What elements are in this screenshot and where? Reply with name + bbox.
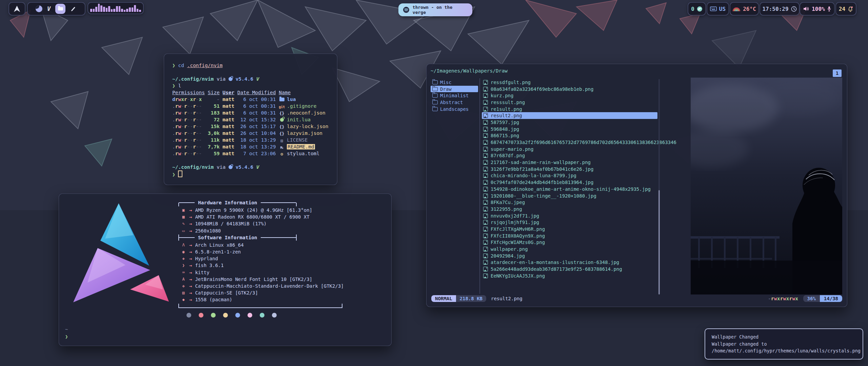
- date-cell: 6 oct 00:31: [237, 109, 276, 116]
- file-list-item[interactable]: re1sult.png: [482, 106, 657, 113]
- file-list-item[interactable]: 19201080-__blue-tinge__-1920×1080.jpg: [482, 192, 657, 199]
- firefox-icon[interactable]: [36, 5, 42, 12]
- image-file-icon: [483, 167, 488, 171]
- file-list-item[interactable]: resssult.png: [482, 99, 657, 106]
- file-list-item[interactable]: FXfcII0X0AQyn9X.png: [482, 232, 657, 239]
- file-list-item[interactable]: FXfcJlTXgAMvH6R.png: [482, 226, 657, 232]
- launcher-button[interactable]: [8, 2, 25, 16]
- notification-popup[interactable]: Wallpaper Changed Wallpaper changed to /…: [705, 328, 863, 360]
- cava-visualizer: [87, 2, 144, 14]
- sidebar-item-misc[interactable]: Misc: [431, 79, 478, 86]
- file-list-item[interactable]: atardecer-en-la-montanas-ilustracion-634…: [482, 259, 657, 266]
- user-cell: matt: [222, 96, 234, 103]
- audio-widget[interactable]: 100%: [800, 2, 835, 16]
- file-name: atardecer-en-la-montanas-ilustracion-634…: [491, 260, 619, 265]
- image-file-icon: [483, 100, 488, 105]
- file-list-item[interactable]: 217167-sad-anime-rain-wallpaper.png: [482, 159, 657, 166]
- sidebar-item-draw[interactable]: Draw: [431, 86, 478, 93]
- info-value: 868x366: [195, 228, 221, 233]
- app-dock: V: [27, 2, 85, 16]
- command: l: [178, 83, 181, 88]
- file-list-item[interactable]: EeNKYgIUcAAJ5JX.png: [482, 272, 657, 279]
- file-list-item[interactable]: 68747470733a2f2f696d616765732d7769786d70…: [482, 139, 657, 146]
- file-list-item[interactable]: 3126f7e9bbf21a8a4af0b67b041c6e26.jpg: [482, 166, 657, 172]
- file-list-item[interactable]: ressdfgult.png: [482, 79, 657, 86]
- command-arg: .config/nvim: [187, 63, 223, 68]
- file-name: kurz.png: [491, 93, 513, 98]
- file-list-item[interactable]: 0c794faf07de24a4db4d4fb1eb813964.jpg: [482, 179, 657, 186]
- directory-name: Misc: [440, 80, 452, 85]
- file-list-item[interactable]: 587597.jpg: [482, 119, 657, 126]
- terminal-window[interactable]: ❯ cd .config/nvim ~/.config/nvim via v5.…: [164, 54, 337, 185]
- paintbrush-icon[interactable]: [70, 5, 77, 12]
- scrollbar-thumb[interactable]: [658, 190, 660, 294]
- file-list-item[interactable]: 08a634fa02a32364f69ebc86a98eb1eb.png: [482, 86, 657, 93]
- bell-icon: [848, 6, 853, 12]
- image-file-icon: [483, 240, 488, 245]
- date-cell: 6 oct 00:31: [237, 96, 276, 103]
- info-row: ❖→Hyprland: [178, 255, 382, 262]
- keyboard-layout-widget[interactable]: US: [707, 2, 729, 16]
- sidebar-item-abstract[interactable]: Abstract: [431, 99, 478, 106]
- cava-bar: [126, 9, 128, 12]
- date-cell: 18 oct 13:29: [237, 143, 276, 150]
- info-row: ◉→6.5.8-zen1-1-zen: [178, 248, 382, 255]
- image-file-icon: [483, 93, 488, 98]
- memory-icon: ✎: [178, 221, 189, 226]
- file-list-item[interactable]: nnvuv0xj2df71.jpg: [482, 212, 657, 219]
- file-list-item[interactable]: 596848.jpg: [482, 126, 657, 133]
- volume-level: 100%: [812, 6, 825, 12]
- file-list-item[interactable]: FXfcHgcWIAMzs0G.png: [482, 239, 657, 246]
- notification-widget[interactable]: 24: [835, 2, 856, 16]
- fetch-window[interactable]: Hardware Information ▣→AMD Ryzen 9 5900X…: [59, 194, 392, 346]
- file-name: 217167-sad-anime-rain-wallpaper.png: [491, 160, 591, 165]
- file-list-item[interactable]: 866715.png: [482, 133, 657, 139]
- music-widget[interactable]: thrown - on the verge: [398, 3, 472, 16]
- arrow-icon: →: [189, 283, 192, 289]
- file-list-item[interactable]: 154928-odinokoe_anime-art-anime-okno-sin…: [482, 186, 657, 192]
- file-list-item[interactable]: wallpaper.png: [482, 246, 657, 252]
- info-value: Arch Linux x86_64: [195, 242, 243, 248]
- via-word: via: [217, 164, 225, 170]
- file-name: FXfcHgcWIAMzs0G.png: [491, 240, 545, 245]
- permissions-cell: .rw-r--r--: [172, 137, 205, 143]
- file-name: 19201080-__blue-tinge__-1920×1080.jpg: [491, 193, 596, 199]
- sidebar-item-landscapes[interactable]: Landscapes: [431, 106, 478, 113]
- palette-dot: [223, 313, 228, 318]
- permissions-cell: .rw-r--r--: [172, 109, 205, 116]
- vim-flag-icon: V: [256, 164, 259, 170]
- file-list-item[interactable]: 5a266e448add93deab367d87173e9f25-6837886…: [482, 266, 657, 272]
- sidebar-item-minimalist[interactable]: Minimalist: [431, 92, 478, 99]
- size-cell: 183: [208, 109, 220, 116]
- file-list-item[interactable]: chica-mirando-la-luna-8799.jpg: [482, 172, 657, 179]
- file-name: re1sult.png: [491, 106, 522, 112]
- permissions-cell: .rw-r--r--: [172, 130, 205, 137]
- file-name: EeNKYgIUcAAJ5JX.png: [491, 273, 545, 279]
- file-list-item[interactable]: super-mario.png: [482, 146, 657, 152]
- spotify-icon: [403, 6, 410, 13]
- file-list-item[interactable]: result2.png: [482, 112, 657, 119]
- image-file-icon: [483, 207, 488, 211]
- file-list-item[interactable]: 8FKa7Cu.jpeg: [482, 199, 657, 206]
- mail-widget[interactable]: 0: [688, 2, 706, 16]
- image-file-icon: [483, 187, 488, 191]
- file-list-item[interactable]: kurz.png: [482, 92, 657, 99]
- arrow-icon: →: [189, 228, 192, 233]
- vim-icon[interactable]: V: [47, 5, 51, 12]
- info-value: kitty: [195, 270, 209, 275]
- info-row: ◆→1558 (pacman): [178, 296, 382, 303]
- prompt-char: ❯: [172, 63, 175, 68]
- file-list-item[interactable]: 20492984.jpg: [482, 252, 657, 259]
- theme-icon: ❉: [178, 284, 189, 288]
- weather-widget[interactable]: 26°C: [730, 2, 759, 16]
- tab-badge[interactable]: 1: [833, 69, 842, 77]
- file-manager-window[interactable]: ~/Imagenes/Wallpapers/Draw 1 MiscDrawMin…: [426, 64, 847, 307]
- file-list-item[interactable]: 87r687df.png: [482, 152, 657, 159]
- clock-widget[interactable]: 17:50:29: [760, 2, 800, 16]
- arrow-icon: →: [189, 214, 192, 220]
- folder-icon: [432, 100, 438, 104]
- files-icon[interactable]: [55, 4, 65, 14]
- file-row: .rw-r--r--7,7kmatt18 oct 13:29M↓README.m…: [172, 143, 329, 150]
- file-list-item[interactable]: 3122955.png: [482, 206, 657, 212]
- file-list-item[interactable]: rsjqojlmjhf91.jpg: [482, 219, 657, 226]
